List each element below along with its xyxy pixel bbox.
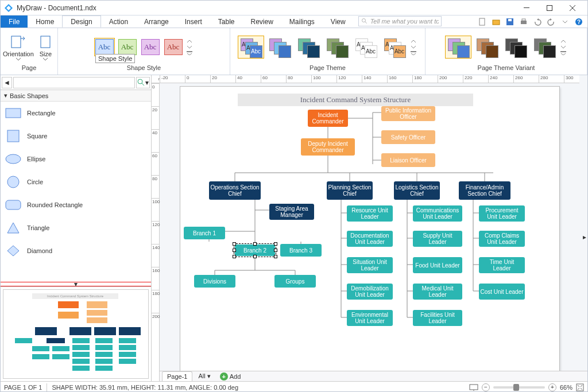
node-environmental[interactable]: Environmental Unit Leader: [347, 310, 393, 326]
selection-handle[interactable]: [233, 242, 236, 246]
node-compclaims[interactable]: Comp Claims Unit Leader: [479, 231, 525, 247]
shape-rounded-rectangle[interactable]: Rounded Rectangle: [1, 193, 151, 216]
expand-pane-right[interactable]: ▸: [582, 228, 587, 246]
expand-gallery-icon[interactable]: [186, 51, 193, 55]
theme-variant-1[interactable]: [445, 36, 471, 59]
drawing-page[interactable]: Incident Command System Structure: [180, 87, 559, 381]
shape-triangle[interactable]: Triangle: [1, 216, 151, 239]
page-tab-1[interactable]: Page-1: [162, 371, 192, 381]
page-tab-add[interactable]: +Add: [216, 372, 245, 381]
shape-diamond[interactable]: Diamond: [1, 239, 151, 262]
redo-icon[interactable]: [546, 17, 556, 27]
node-divisions[interactable]: Divisions: [194, 275, 235, 288]
node-finance[interactable]: Finance/Admin Section Chief: [459, 181, 510, 200]
zoom-slider-knob[interactable]: [513, 384, 519, 391]
node-incident-commander[interactable]: Incident Commander: [308, 110, 348, 127]
tab-insert[interactable]: Insert: [177, 15, 210, 28]
page-tab-all[interactable]: All ▾: [195, 372, 214, 380]
node-branch1[interactable]: Branch 1: [184, 227, 225, 239]
shape-style-3[interactable]: Abc: [140, 38, 161, 56]
theme-variant-3[interactable]: [502, 36, 529, 59]
shape-ellipse[interactable]: Ellipse: [1, 148, 151, 170]
node-pio[interactable]: Public Information Officer: [381, 106, 435, 121]
zoom-level[interactable]: 66%: [560, 384, 572, 391]
scroll-down-icon[interactable]: [560, 45, 567, 49]
collapse-ribbon-icon[interactable]: [560, 17, 570, 27]
maximize-button[interactable]: [538, 1, 561, 15]
page-theme-2[interactable]: [266, 36, 293, 59]
panel-splitter[interactable]: ▾: [1, 282, 151, 286]
save-icon[interactable]: [505, 17, 515, 27]
shapes-category-header[interactable]: ▾ Basic Shapes: [1, 90, 151, 102]
shapes-back-button[interactable]: ◄: [2, 77, 12, 88]
node-medical[interactable]: Medical Unit Leader: [413, 284, 462, 300]
fit-page-icon[interactable]: [576, 383, 584, 391]
help-icon[interactable]: ?: [574, 17, 584, 27]
scroll-up-icon[interactable]: [560, 39, 567, 44]
selection-handle[interactable]: [253, 255, 257, 258]
tab-review[interactable]: Review: [242, 15, 281, 28]
node-documentation[interactable]: Documentation Unit Leader: [347, 231, 393, 247]
selection-handle[interactable]: [274, 255, 277, 258]
scroll-down-icon[interactable]: [186, 45, 193, 49]
node-resource[interactable]: Resource Unit Leader: [347, 205, 393, 222]
shape-rectangle[interactable]: Rectangle: [1, 102, 151, 125]
close-button[interactable]: [561, 1, 584, 15]
node-communications[interactable]: Communications Unit Leader: [413, 205, 462, 222]
node-liaison[interactable]: Liaison Officer: [381, 153, 435, 167]
minimize-button[interactable]: [515, 1, 538, 15]
tab-home[interactable]: Home: [28, 15, 62, 28]
node-demob[interactable]: Demobilization Unit Leader: [347, 284, 393, 300]
node-planning[interactable]: Planning Section Chief: [327, 181, 373, 200]
presentation-mode-icon[interactable]: [469, 384, 478, 391]
canvas-scroll-area[interactable]: mm -200204060801001201401601802002202402…: [152, 75, 587, 381]
shape-circle[interactable]: Circle: [1, 170, 151, 193]
shape-style-2[interactable]: Abc: [117, 38, 138, 56]
scroll-up-icon[interactable]: [410, 39, 417, 44]
node-facilities[interactable]: Facilities Unit Leader: [413, 310, 462, 326]
scroll-down-icon[interactable]: [410, 45, 417, 49]
node-branch3[interactable]: Branch 3: [280, 244, 322, 257]
tab-table[interactable]: Table: [210, 15, 243, 28]
tab-action[interactable]: Action: [101, 15, 136, 28]
new-icon[interactable]: [477, 17, 488, 27]
tab-arrange[interactable]: Arrange: [136, 15, 177, 28]
size-button[interactable]: Size: [36, 34, 55, 60]
node-logistics[interactable]: Logistics Section Chief: [394, 181, 440, 200]
page-theme-1[interactable]: AbcAbcAbc: [238, 36, 264, 59]
shape-square[interactable]: Square: [1, 125, 151, 148]
page-theme-4[interactable]: [324, 36, 350, 59]
theme-variant-4[interactable]: [531, 36, 558, 59]
page-theme-6[interactable]: AbcAbcAbc: [381, 36, 408, 59]
node-groups[interactable]: Groups: [274, 275, 316, 288]
tab-file[interactable]: File: [1, 15, 28, 28]
expand-gallery-icon[interactable]: [560, 51, 567, 55]
shapes-list[interactable]: Rectangle Square Ellipse Circle Rounded …: [1, 102, 151, 282]
tab-mailings[interactable]: Mailings: [281, 15, 323, 28]
selection-handle[interactable]: [233, 249, 236, 252]
open-icon[interactable]: [491, 17, 501, 27]
node-situation[interactable]: Situation Unit Leader: [347, 257, 393, 273]
shape-search-button[interactable]: ▾: [136, 77, 150, 88]
node-deputy-commander[interactable]: Deputy Incident Commander: [301, 138, 355, 156]
selection-handle[interactable]: [274, 242, 277, 246]
selection-handle[interactable]: [253, 242, 257, 246]
node-operations[interactable]: Operations Section Chief: [209, 181, 261, 200]
page-theme-5[interactable]: AbcAbcAbc: [353, 36, 379, 59]
shape-style-4[interactable]: Abc: [163, 38, 184, 56]
tell-me-search[interactable]: Tell me what you want to do: [358, 16, 442, 26]
scroll-up-icon[interactable]: [186, 39, 193, 44]
page-thumbnail[interactable]: Incident Command System Structure: [1, 286, 151, 381]
tab-design[interactable]: Design: [62, 15, 100, 28]
page-theme-3[interactable]: [295, 36, 322, 59]
zoom-in-button[interactable]: +: [548, 383, 556, 391]
expand-gallery-icon[interactable]: [410, 51, 417, 55]
theme-variant-2[interactable]: [474, 36, 500, 59]
tab-view[interactable]: View: [323, 15, 354, 28]
orientation-button[interactable]: Orientation: [3, 34, 34, 60]
zoom-out-button[interactable]: −: [482, 383, 490, 391]
node-time[interactable]: Time Unit Leader: [479, 257, 525, 273]
node-supply[interactable]: Supply Unit Leader: [413, 231, 462, 247]
shape-search-input[interactable]: [13, 77, 135, 88]
print-icon[interactable]: [519, 17, 529, 27]
